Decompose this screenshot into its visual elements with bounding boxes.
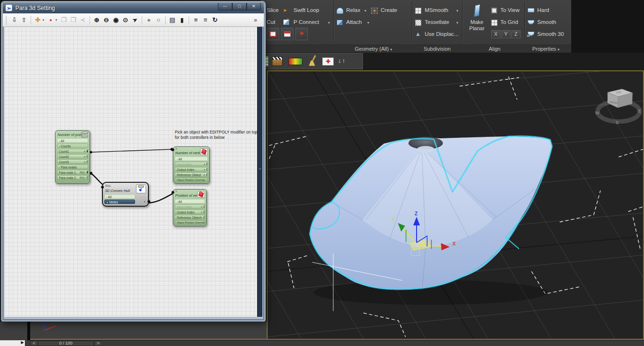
maximize-button[interactable]: □ bbox=[232, 3, 247, 11]
properties-panel-label[interactable]: Properties ▾ bbox=[520, 46, 572, 52]
panel-splitter[interactable]: < bbox=[257, 27, 262, 317]
tessellate-button[interactable]: Tessellate bbox=[425, 19, 449, 25]
output-socket[interactable] bbox=[206, 173, 208, 176]
node-row-reference-object[interactable]: Reference Objecto bbox=[175, 215, 205, 219]
layout-columns-icon[interactable]: ▤ bbox=[169, 16, 176, 23]
delete-controller-icon[interactable]: ● bbox=[47, 18, 55, 22]
frame-counter[interactable]: 0 / 100 bbox=[38, 341, 94, 346]
smooth-30-button[interactable]: Smooth 30 bbox=[537, 31, 564, 37]
node-row[interactable]: - Para nodes bbox=[57, 165, 88, 169]
share-links-icon[interactable]: ≺ bbox=[79, 16, 87, 23]
node-row-para2[interactable]: Para node 2NULL bbox=[57, 175, 88, 179]
zoom-selected-icon[interactable]: ⊙ bbox=[122, 16, 129, 23]
use-displacement-button[interactable]: Use Displac... bbox=[425, 31, 459, 37]
paste-icon[interactable]: ❐ bbox=[69, 16, 77, 23]
node-row[interactable]: - Counts bbox=[57, 144, 88, 148]
gradient-button[interactable] bbox=[288, 58, 303, 65]
para3d-window[interactable]: ➣ Para 3d Setting — □ ✕ ⇩ ⇧ ✚ ▾ ● ▾ ❐ ❐ … bbox=[1, 1, 266, 322]
node-convex-hull[interactable]: NULL ☛ 3D Convex Hull - All Vertex v bbox=[102, 182, 149, 207]
output-socket[interactable] bbox=[87, 150, 88, 153]
p-connect-caret[interactable]: ▾ bbox=[328, 21, 330, 25]
node-row-override[interactable]: Object Position Override bbox=[175, 220, 205, 224]
full-interactivity-button[interactable] bbox=[267, 28, 279, 40]
output-socket[interactable] bbox=[203, 211, 205, 213]
cut-button[interactable]: Cut bbox=[267, 19, 275, 25]
minimize-button[interactable]: — bbox=[218, 3, 232, 11]
slice-button[interactable]: Slice bbox=[267, 7, 279, 13]
attach-caret[interactable]: ▾ bbox=[367, 21, 369, 25]
align-x-button[interactable]: X bbox=[491, 30, 500, 38]
to-grid-button[interactable]: To Grid bbox=[500, 19, 518, 25]
hard-button[interactable]: Hard bbox=[537, 7, 549, 13]
output-socket[interactable] bbox=[203, 216, 205, 219]
attach-button[interactable]: Attach bbox=[346, 19, 362, 25]
node-buttons[interactable] bbox=[81, 132, 88, 138]
bulb-on-icon[interactable]: ● bbox=[145, 16, 153, 23]
align-equal-icon[interactable]: = bbox=[202, 16, 209, 23]
make-planar-button[interactable]: MakePlanar bbox=[466, 3, 488, 42]
input-socket[interactable] bbox=[171, 148, 174, 151]
window-titlebar[interactable]: ➣ Para 3d Setting — □ ✕ bbox=[3, 3, 264, 13]
node-row-input-index[interactable]: Input Indexs bbox=[175, 162, 208, 166]
zoom-in-icon[interactable]: ⊕ bbox=[93, 16, 101, 23]
add-controller-caret[interactable]: ▾ bbox=[42, 18, 45, 22]
node-row-vertex[interactable]: Vertex bbox=[104, 200, 135, 204]
align-y-button[interactable]: Y bbox=[501, 30, 510, 38]
previous-frame-button[interactable]: < bbox=[30, 341, 38, 346]
msmooth-caret[interactable]: ▾ bbox=[456, 9, 458, 13]
import-scheme-icon[interactable]: ⇩ bbox=[11, 16, 18, 23]
relax-button[interactable]: Relax bbox=[346, 7, 360, 13]
bottom-viewport[interactable] bbox=[30, 322, 267, 339]
node-row[interactable]: - All bbox=[104, 194, 135, 199]
bulb-off-icon[interactable]: ○ bbox=[155, 16, 162, 23]
msmooth-button[interactable]: MSmooth bbox=[425, 7, 448, 13]
subdivision-panel-label[interactable]: Subdivision bbox=[413, 46, 461, 52]
output-socket[interactable] bbox=[206, 163, 208, 166]
toolbar-overflow-button[interactable]: » bbox=[254, 17, 257, 23]
tessellate-caret[interactable]: ▾ bbox=[456, 21, 458, 25]
track-bar[interactable]: ▶ bbox=[0, 340, 25, 346]
perspective-viewport[interactable]: Z X Y TOP FRONT W S E bbox=[267, 70, 644, 339]
copy-icon[interactable]: ❐ bbox=[60, 16, 68, 23]
output-socket[interactable] bbox=[87, 160, 88, 163]
refresh-icon[interactable]: ↻ bbox=[211, 16, 219, 23]
node-row-count1[interactable]: Count1s bbox=[57, 149, 88, 153]
node-number-of-points[interactable]: Number of poin... - All - Counts Count1s… bbox=[55, 130, 90, 184]
node-canvas[interactable]: Pick an object with EDITPOLY modifier on… bbox=[4, 27, 257, 317]
toolbar-drag-handle[interactable] bbox=[6, 16, 8, 24]
p-connect-button[interactable]: P Connect bbox=[294, 19, 319, 25]
align-z-button[interactable]: Z bbox=[511, 30, 520, 38]
node-row-reference-object[interactable]: Reference Objecto bbox=[175, 172, 208, 177]
smooth-button[interactable]: Smooth bbox=[537, 19, 556, 25]
node-position-of-vertices[interactable]: v Position of verti... - All Input Index… bbox=[173, 189, 207, 226]
create-button[interactable]: Create bbox=[381, 7, 397, 13]
node-row-count3[interactable]: Count3s bbox=[57, 159, 88, 164]
zoom-extents-icon[interactable]: ◉ bbox=[112, 16, 120, 23]
to-view-button[interactable]: To View bbox=[500, 7, 520, 13]
input-socket[interactable] bbox=[171, 191, 174, 194]
pin-tool-button[interactable]: ⚑ bbox=[295, 28, 308, 40]
geometry-panel-label[interactable]: Geometry (All) ▾ bbox=[335, 46, 412, 52]
select-arrow-icon[interactable]: ➤ bbox=[130, 15, 140, 25]
first-aid-button[interactable]: ✚ bbox=[322, 57, 334, 66]
node-row[interactable]: - All bbox=[57, 138, 88, 143]
node-row-output-index[interactable]: Output Indexs bbox=[175, 167, 208, 171]
next-frame-button[interactable]: > bbox=[94, 341, 102, 346]
output-socket[interactable] bbox=[203, 205, 205, 208]
clapperboard-button[interactable] bbox=[272, 56, 282, 66]
node-row[interactable]: - All bbox=[175, 156, 208, 161]
add-controller-icon[interactable]: ✚ bbox=[34, 16, 42, 23]
input-socket[interactable] bbox=[101, 186, 104, 189]
output-socket[interactable] bbox=[87, 176, 88, 179]
zoom-out-icon[interactable]: ⊖ bbox=[102, 16, 110, 23]
up-down-arrows-button[interactable]: ↓↑ bbox=[338, 57, 346, 64]
node-pick-icon[interactable]: ☛ bbox=[136, 184, 146, 193]
node-row-input-index[interactable]: Input Indexs bbox=[175, 204, 205, 209]
node-row-override[interactable]: Object Position Override bbox=[175, 178, 208, 182]
align-lines-icon[interactable]: ≡ bbox=[192, 16, 200, 23]
node-row-count2[interactable]: Count2s bbox=[57, 154, 88, 158]
close-button[interactable]: ✕ bbox=[247, 3, 261, 11]
checkbox[interactable] bbox=[106, 201, 108, 203]
delete-controller-caret[interactable]: ▾ bbox=[55, 18, 58, 22]
viewcube[interactable]: TOP FRONT W S E bbox=[595, 89, 641, 125]
